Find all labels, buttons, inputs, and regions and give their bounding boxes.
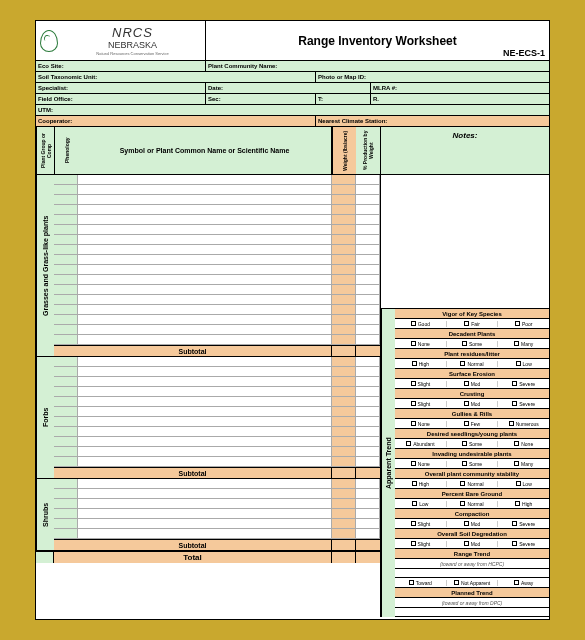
data-row[interactable] <box>54 387 380 397</box>
data-row[interactable] <box>54 489 380 499</box>
header-logo-block: NRCS NEBRASKA Natural Resources Conserva… <box>36 21 206 60</box>
data-row[interactable] <box>54 175 380 185</box>
assess-decadent-opts[interactable]: NoneSomeMany <box>395 339 549 349</box>
assess-surface-opts[interactable]: SlightModSevere <box>395 379 549 389</box>
worksheet: NRCS NEBRASKA Natural Resources Conserva… <box>35 20 550 620</box>
field-climate-station[interactable]: Nearest Climate Station: <box>316 116 549 126</box>
assess-compaction-opts[interactable]: SlightModSevere <box>395 519 549 529</box>
assess-residues-opts[interactable]: HighNormalLow <box>395 359 549 369</box>
assess-range-empty[interactable] <box>395 569 549 578</box>
field-sec[interactable]: Sec: <box>206 94 316 104</box>
assess-hcpc-note: (toward or away from HCPC) <box>395 559 549 569</box>
data-row[interactable] <box>54 447 380 457</box>
data-row[interactable] <box>54 367 380 377</box>
col-symbol: Symbol or Plant Common Name or Scientifi… <box>78 127 332 174</box>
assess-range-trend-opts[interactable]: TowardNot ApparentAway <box>395 578 549 588</box>
assess-desired: Desired seedlings/young plants <box>395 429 549 439</box>
data-row[interactable] <box>54 255 380 265</box>
data-row[interactable] <box>54 509 380 519</box>
notes-body[interactable] <box>381 175 549 309</box>
data-row[interactable] <box>54 479 380 489</box>
data-row[interactable] <box>54 437 380 447</box>
assess-desired-opts[interactable]: AbundantSomeNone <box>395 439 549 449</box>
data-row[interactable] <box>54 397 380 407</box>
col-phenology: Phenology <box>54 127 78 174</box>
assess-overall-comm-opts[interactable]: HighNormalLow <box>395 479 549 489</box>
field-specialist[interactable]: Specialist: <box>36 83 206 93</box>
field-office[interactable]: Field Office: <box>36 94 206 104</box>
field-eco-site[interactable]: Eco Site: <box>36 61 206 71</box>
assess-gullies-opts[interactable]: NoneFewNumerous <box>395 419 549 429</box>
data-row[interactable] <box>54 315 380 325</box>
field-date[interactable]: Date: <box>206 83 371 93</box>
field-t[interactable]: T: <box>316 94 371 104</box>
data-row[interactable] <box>54 185 380 195</box>
data-row[interactable] <box>54 215 380 225</box>
col-group: Plant Group or Comp <box>36 127 54 174</box>
data-row[interactable] <box>54 519 380 529</box>
assess-compaction: Compaction <box>395 509 549 519</box>
data-row[interactable] <box>54 417 380 427</box>
assess-vigor-opts[interactable]: GoodFairPoor <box>395 319 549 329</box>
data-row[interactable] <box>54 205 380 215</box>
section-forbs-label: Forbs <box>36 357 54 478</box>
data-row[interactable] <box>54 275 380 285</box>
assess-crusting-opts[interactable]: SlightModSevere <box>395 399 549 409</box>
section-forbs: Forbs Subtotal <box>36 357 380 479</box>
data-row[interactable] <box>54 295 380 305</box>
field-plant-community[interactable]: Plant Community Name: <box>206 61 549 71</box>
assess-range-trend: Range Trend <box>395 549 549 559</box>
field-photo[interactable]: Photo or Map ID: <box>316 72 549 82</box>
field-mlra[interactable]: MLRA #: <box>371 83 549 93</box>
section-grasses-label: Grasses and Grass-like plants <box>36 175 54 356</box>
data-row[interactable] <box>54 377 380 387</box>
data-row[interactable] <box>54 195 380 205</box>
assess-soil-deg: Overall Soil Degredation <box>395 529 549 539</box>
assess-invading-opts[interactable]: NoneSomeMany <box>395 459 549 469</box>
total-row: Total <box>36 551 380 563</box>
assess-decadent: Decadent Plants <box>395 329 549 339</box>
data-row[interactable] <box>54 335 380 345</box>
org-name: NRCS <box>64 25 201 40</box>
section-grasses: Grasses and Grass-like plants <box>36 175 380 357</box>
data-row[interactable] <box>54 499 380 509</box>
assess-soil-deg-opts[interactable]: SlightModSevere <box>395 539 549 549</box>
assess-overall-comm: Overall plant community stability <box>395 469 549 479</box>
subtotal-forbs: Subtotal <box>54 467 380 478</box>
data-row[interactable] <box>54 245 380 255</box>
subtotal-grasses: Subtotal <box>54 345 380 356</box>
assess-residues: Plant residues/litter <box>395 349 549 359</box>
data-row[interactable] <box>54 235 380 245</box>
section-shrubs-label: Shrubs <box>36 479 54 550</box>
header-title-block: Range Inventory Worksheet NE-ECS-1 <box>206 21 549 60</box>
col-pct: % Production by Weight <box>356 127 380 174</box>
field-utm[interactable]: UTM: <box>36 105 549 115</box>
field-cooperator[interactable]: Cooperator: <box>36 116 316 126</box>
data-row[interactable] <box>54 225 380 235</box>
column-headers: Plant Group or Comp Phenology Symbol or … <box>36 127 380 175</box>
sheet-code: NE-ECS-1 <box>503 48 545 58</box>
right-panel: Notes: Apparent Trend Vigor of Key Speci… <box>381 127 549 617</box>
data-row[interactable] <box>54 427 380 437</box>
field-r[interactable]: R. <box>371 94 549 104</box>
data-row[interactable] <box>54 305 380 315</box>
data-row[interactable] <box>54 529 380 539</box>
assess-bare-opts[interactable]: LowNormalHigh <box>395 499 549 509</box>
data-row[interactable] <box>54 325 380 335</box>
data-row[interactable] <box>54 357 380 367</box>
assess-vigor: Vigor of Key Species <box>395 309 549 319</box>
data-row[interactable] <box>54 457 380 467</box>
section-shrubs: Shrubs Subtotal <box>36 479 380 551</box>
state-name: NEBRASKA <box>64 40 201 50</box>
assess-crusting: Crusting <box>395 389 549 399</box>
header: NRCS NEBRASKA Natural Resources Conserva… <box>36 21 549 61</box>
assess-planned-empty[interactable] <box>395 608 549 617</box>
assess-bare: Percent Bare Ground <box>395 489 549 499</box>
org-sub: Natural Resources Conservation Service <box>64 51 201 56</box>
data-row[interactable] <box>54 265 380 275</box>
data-row[interactable] <box>54 285 380 295</box>
assess-planned: Planned Trend <box>395 588 549 598</box>
subtotal-shrubs: Subtotal <box>54 539 380 550</box>
field-soil-tax[interactable]: Soil Taxonomic Unit: <box>36 72 316 82</box>
data-row[interactable] <box>54 407 380 417</box>
